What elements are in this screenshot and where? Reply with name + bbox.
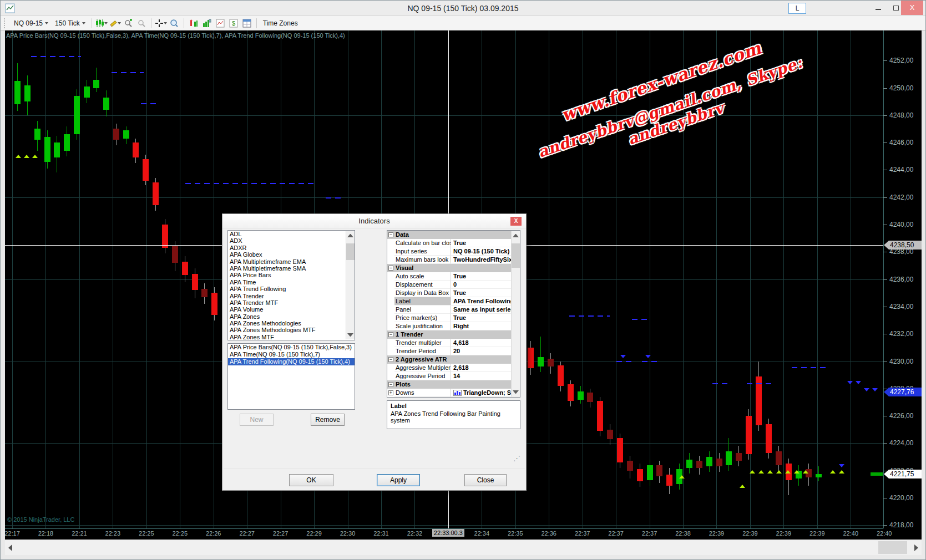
property-category-row[interactable]: −Plots bbox=[387, 380, 520, 389]
scrollbar-thumb[interactable] bbox=[512, 243, 520, 268]
property-value[interactable]: True bbox=[451, 239, 520, 247]
scrollbar-thumb[interactable] bbox=[346, 243, 355, 260]
property-row[interactable]: Auto scaleTrue bbox=[387, 272, 520, 281]
collapse-minus-icon[interactable]: − bbox=[388, 382, 393, 387]
scrollbar-thumb[interactable] bbox=[878, 541, 907, 554]
indicator-list-item[interactable]: APA Zones MTF bbox=[228, 334, 355, 340]
close-window-button[interactable]: X bbox=[901, 1, 923, 15]
instrument-dropdown[interactable]: NQ 09-15 bbox=[11, 18, 52, 28]
property-category-row[interactable]: −1 Trender bbox=[387, 330, 520, 339]
property-category-row[interactable]: −2 Aggressive ATR bbox=[387, 355, 520, 364]
horizontal-scrollbar[interactable] bbox=[5, 539, 922, 555]
apply-button[interactable]: Apply bbox=[377, 474, 420, 486]
properties-grid[interactable]: −DataCalculate on bar closTrueInput seri… bbox=[387, 230, 520, 398]
property-value[interactable]: NQ 09-15 (150 Tick) bbox=[451, 247, 520, 256]
scroll-up-icon[interactable] bbox=[347, 234, 353, 237]
indicator-list-item[interactable]: ADXR bbox=[228, 245, 355, 251]
available-indicators-list[interactable]: ADLADXADXRAPA GlobexAPA Multipletimefram… bbox=[227, 230, 355, 340]
chart-style-button[interactable] bbox=[95, 18, 108, 29]
indicator-list-item[interactable]: ADX bbox=[228, 237, 355, 244]
collapse-minus-icon[interactable]: − bbox=[388, 266, 393, 271]
period-dropdown[interactable]: 150 Tick bbox=[52, 18, 89, 28]
property-row[interactable]: Trender multipler4,618 bbox=[387, 339, 520, 347]
ok-button[interactable]: OK bbox=[289, 474, 333, 486]
property-name[interactable]: Maximum bars look l bbox=[394, 256, 451, 264]
property-value[interactable]: 14 bbox=[451, 372, 520, 380]
dialog-close-button[interactable]: X bbox=[510, 217, 522, 226]
property-row[interactable]: LabelAPA Trend Following bbox=[387, 297, 520, 306]
property-row[interactable]: Price marker(s)True bbox=[387, 314, 520, 322]
property-name[interactable]: Scale justification bbox=[394, 322, 451, 330]
dialog-close-action-button[interactable]: Close bbox=[464, 474, 507, 486]
toolbar-grip[interactable] bbox=[4, 18, 8, 28]
property-value[interactable]: True bbox=[451, 272, 520, 281]
property-name[interactable]: Displacement bbox=[394, 281, 451, 289]
property-category-row[interactable]: −Data bbox=[387, 231, 520, 239]
account-data-button[interactable]: $ bbox=[227, 18, 240, 29]
chart-panel-button[interactable] bbox=[214, 18, 226, 29]
property-row[interactable]: Input seriesNQ 09-15 (150 Tick) bbox=[387, 247, 520, 256]
scroll-up-icon[interactable] bbox=[513, 234, 519, 237]
dialog-title-bar[interactable]: Indicators bbox=[222, 214, 526, 228]
scroll-right-icon[interactable] bbox=[914, 544, 918, 551]
snapshot-button[interactable] bbox=[168, 18, 180, 29]
property-value[interactable]: TriangleDown; S bbox=[451, 389, 520, 397]
property-value[interactable]: TwoHundredFiftySix bbox=[451, 256, 520, 264]
expand-plus-icon[interactable]: + bbox=[388, 390, 393, 395]
minimize-button[interactable] bbox=[870, 3, 887, 14]
property-row[interactable]: Maximum bars look lTwoHundredFiftySix bbox=[387, 256, 520, 264]
configured-indicators-list[interactable]: APA Price Bars(NQ 09-15 (150 Tick),False… bbox=[227, 343, 355, 410]
property-name[interactable]: 1 Trender bbox=[394, 330, 514, 339]
list-scrollbar[interactable] bbox=[346, 231, 355, 339]
time-zones-button[interactable]: Time Zones bbox=[260, 19, 301, 27]
property-name[interactable]: Trender multipler bbox=[394, 339, 451, 347]
property-row[interactable]: +DownsTriangleDown; S bbox=[387, 389, 520, 397]
data-grid-button[interactable] bbox=[241, 18, 253, 29]
indicator-list-item[interactable]: APA Multipletimeframe SMA bbox=[228, 265, 355, 272]
property-name[interactable]: Label bbox=[394, 297, 451, 306]
collapse-minus-icon[interactable]: − bbox=[388, 232, 393, 237]
property-name[interactable]: Panel bbox=[394, 306, 451, 314]
configured-indicator-item[interactable]: APA Price Bars(NQ 09-15 (150 Tick),False… bbox=[228, 344, 355, 351]
indicator-list-item[interactable]: ADL bbox=[228, 231, 355, 237]
property-value[interactable]: Right bbox=[451, 322, 520, 330]
indicator-list-item[interactable]: APA Globex bbox=[228, 251, 355, 258]
order-entry-button[interactable] bbox=[188, 18, 200, 29]
resize-grip-icon[interactable]: ⋰ bbox=[513, 455, 522, 464]
property-name[interactable]: Input series bbox=[394, 247, 451, 256]
property-row[interactable]: Aggressive Period14 bbox=[387, 372, 520, 380]
property-value[interactable]: Same as input series bbox=[451, 306, 520, 314]
indicator-list-item[interactable]: APA Volume bbox=[228, 306, 355, 313]
crosshair-button[interactable] bbox=[155, 18, 167, 29]
indicator-list-item[interactable]: APA Zones Methodologies bbox=[228, 320, 355, 327]
property-row[interactable]: Trender Period20 bbox=[387, 347, 520, 355]
property-row[interactable]: Aggressive Multipler2,618 bbox=[387, 364, 520, 372]
property-name[interactable]: Aggressive Multipler bbox=[394, 364, 451, 372]
property-row[interactable]: Scale justificationRight bbox=[387, 322, 520, 330]
link-button[interactable]: L bbox=[788, 3, 806, 14]
indicator-list-item[interactable]: APA Trend Following bbox=[228, 286, 355, 292]
property-name[interactable]: Price marker(s) bbox=[394, 314, 451, 322]
property-value[interactable]: 2,618 bbox=[451, 364, 520, 372]
scroll-down-icon[interactable] bbox=[513, 390, 519, 394]
property-name[interactable]: Data bbox=[394, 231, 514, 239]
property-value[interactable]: APA Trend Following bbox=[451, 297, 520, 306]
configured-indicator-item[interactable]: APA Trend Following(NQ 09-15 (150 Tick),… bbox=[228, 358, 355, 365]
indicator-list-item[interactable]: APA Trender MTF bbox=[228, 299, 355, 306]
collapse-minus-icon[interactable]: − bbox=[388, 332, 393, 337]
indicator-list-item[interactable]: APA Price Bars bbox=[228, 272, 355, 278]
property-value[interactable]: True bbox=[451, 314, 520, 322]
property-name[interactable]: Display in Data Box bbox=[394, 289, 451, 297]
indicator-list-item[interactable]: APA Time bbox=[228, 279, 355, 286]
remove-button[interactable]: Remove bbox=[311, 414, 345, 426]
property-row[interactable]: Display in Data BoxTrue bbox=[387, 289, 520, 297]
property-name[interactable]: Visual bbox=[394, 264, 514, 272]
indicator-list-item[interactable]: APA Zones bbox=[228, 313, 355, 320]
indicator-list-item[interactable]: APA Zones Methodologies MTF bbox=[228, 327, 355, 333]
scroll-left-icon[interactable] bbox=[8, 544, 12, 551]
property-name[interactable]: Calculate on bar clos bbox=[394, 239, 451, 247]
property-name[interactable]: Plots bbox=[394, 380, 514, 389]
zoom-in-button[interactable] bbox=[122, 18, 134, 29]
property-value[interactable]: True bbox=[451, 289, 520, 297]
property-row[interactable]: Calculate on bar closTrue bbox=[387, 239, 520, 247]
